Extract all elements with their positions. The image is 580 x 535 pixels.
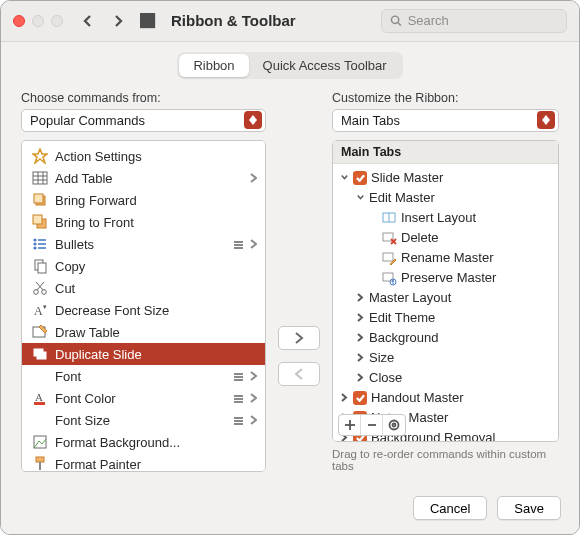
add-tab-button[interactable] xyxy=(339,415,361,435)
tree-item-delete[interactable]: Delete xyxy=(333,228,558,248)
command-format-background[interactable]: Format Background... xyxy=(22,431,265,453)
svg-rect-2 xyxy=(151,14,154,17)
tree-item-insert-layout[interactable]: Insert Layout xyxy=(333,208,558,228)
svg-rect-20 xyxy=(34,194,43,203)
bring-to-front-icon xyxy=(32,214,48,230)
remove-tab-button[interactable] xyxy=(361,415,383,435)
svg-rect-42 xyxy=(37,352,46,359)
command-duplicate-slide[interactable]: Duplicate Slide xyxy=(22,343,265,365)
minimize-window-button[interactable] xyxy=(32,15,44,27)
svg-rect-8 xyxy=(151,24,154,27)
command-bring-forward[interactable]: Bring Forward xyxy=(22,189,265,211)
svg-rect-3 xyxy=(141,19,144,22)
tree-header: Main Tabs xyxy=(333,141,558,164)
svg-marker-13 xyxy=(33,149,47,163)
cancel-button[interactable]: Cancel xyxy=(413,496,487,520)
copy-icon xyxy=(32,258,48,274)
command-add-table[interactable]: Add Table xyxy=(22,167,265,189)
svg-point-9 xyxy=(391,17,398,24)
tree-item-master-layout[interactable]: Master Layout xyxy=(333,288,558,308)
minus-icon xyxy=(366,419,378,431)
command-bring-to-front[interactable]: Bring to Front xyxy=(22,211,265,233)
ribbon-column: Customize the Ribbon: Main Tabs Main Tab… xyxy=(332,91,559,472)
svg-point-25 xyxy=(33,247,36,250)
svg-point-24 xyxy=(33,243,36,246)
chevron-right-icon xyxy=(355,333,365,342)
ribbon-tree[interactable]: Main Tabs Slide Master Edit Master Inser… xyxy=(332,140,559,442)
bring-forward-icon xyxy=(32,192,48,208)
command-copy[interactable]: Copy xyxy=(22,255,265,277)
svg-point-35 xyxy=(42,290,47,295)
forward-button[interactable] xyxy=(107,10,129,32)
command-decrease-font-size[interactable]: A▾ Decrease Font Size xyxy=(22,299,265,321)
dropdown-value: Popular Commands xyxy=(30,113,145,128)
command-cut[interactable]: Cut xyxy=(22,277,265,299)
add-command-button[interactable] xyxy=(278,326,320,350)
tree-item-slide-master[interactable]: Slide Master xyxy=(333,168,558,188)
tree-item-handout-master[interactable]: Handout Master xyxy=(333,388,558,408)
reorder-hint: Drag to re-order commands within custom … xyxy=(332,448,559,472)
options-button[interactable] xyxy=(383,415,405,435)
tree-item-preserve-master[interactable]: Preserve Master xyxy=(333,268,558,288)
tree-item-edit-theme[interactable]: Edit Theme xyxy=(333,308,558,328)
format-background-icon xyxy=(32,434,48,450)
chevron-down-icon xyxy=(339,173,349,182)
svg-line-36 xyxy=(37,282,44,290)
format-painter-icon xyxy=(32,456,48,472)
svg-point-71 xyxy=(393,424,396,427)
command-action-settings[interactable]: Action Settings xyxy=(22,145,265,167)
zoom-window-button[interactable] xyxy=(51,15,63,27)
section-tabs-row: Ribbon Quick Access Toolbar xyxy=(1,42,579,91)
ribbon-scope-dropdown[interactable]: Main Tabs xyxy=(332,109,559,132)
commands-source-dropdown[interactable]: Popular Commands xyxy=(21,109,266,132)
grid-icon xyxy=(140,13,156,29)
tree-item-rename-master[interactable]: Rename Master xyxy=(333,248,558,268)
svg-rect-56 xyxy=(39,462,41,470)
menu-indicator-icon xyxy=(234,237,243,252)
command-draw-table[interactable]: Draw Table xyxy=(22,321,265,343)
remove-command-button[interactable] xyxy=(278,362,320,386)
svg-point-34 xyxy=(34,290,39,295)
decrease-font-icon: A▾ xyxy=(32,302,48,318)
chevron-right-icon xyxy=(294,332,304,344)
chevron-right-icon xyxy=(355,353,365,362)
command-bullets[interactable]: Bullets xyxy=(22,233,265,255)
back-button[interactable] xyxy=(77,10,99,32)
save-button[interactable]: Save xyxy=(497,496,561,520)
tab-quick-access-toolbar[interactable]: Quick Access Toolbar xyxy=(249,54,401,77)
tab-ribbon[interactable]: Ribbon xyxy=(179,54,248,77)
cut-icon xyxy=(32,280,48,296)
stepper-arrows-icon xyxy=(537,111,555,129)
command-font-size[interactable]: Font Size xyxy=(22,409,265,431)
tree-item-close[interactable]: Close xyxy=(333,368,558,388)
svg-rect-14 xyxy=(33,172,47,184)
window-title: Ribbon & Toolbar xyxy=(171,12,296,29)
commands-column: Choose commands from: Popular Commands A… xyxy=(21,91,266,472)
svg-rect-6 xyxy=(141,24,144,27)
submenu-indicator-icon xyxy=(250,413,257,428)
commands-list[interactable]: Action Settings Add Table Bring Forward … xyxy=(21,140,266,472)
checkbox-checked-icon[interactable] xyxy=(353,171,367,185)
search-field[interactable] xyxy=(381,9,567,33)
tree-tools xyxy=(338,414,406,436)
svg-rect-7 xyxy=(146,24,149,27)
svg-rect-33 xyxy=(38,263,46,273)
show-all-button[interactable] xyxy=(137,10,159,32)
stepper-arrows-icon xyxy=(244,111,262,129)
section-tabs: Ribbon Quick Access Toolbar xyxy=(177,52,402,79)
chevron-right-icon xyxy=(355,293,365,302)
tree-item-size[interactable]: Size xyxy=(333,348,558,368)
duplicate-slide-icon xyxy=(32,346,48,362)
search-input[interactable] xyxy=(408,13,558,28)
insert-layout-icon xyxy=(381,210,397,226)
tree-item-background[interactable]: Background xyxy=(333,328,558,348)
svg-line-10 xyxy=(398,23,401,26)
command-format-painter[interactable]: Format Painter xyxy=(22,453,265,472)
submenu-indicator-icon xyxy=(250,237,257,252)
command-font[interactable]: Font xyxy=(22,365,265,387)
checkbox-checked-icon[interactable] xyxy=(353,391,367,405)
command-font-color[interactable]: A Font Color xyxy=(22,387,265,409)
search-icon xyxy=(390,14,402,27)
tree-item-edit-master[interactable]: Edit Master xyxy=(333,188,558,208)
close-window-button[interactable] xyxy=(13,15,25,27)
